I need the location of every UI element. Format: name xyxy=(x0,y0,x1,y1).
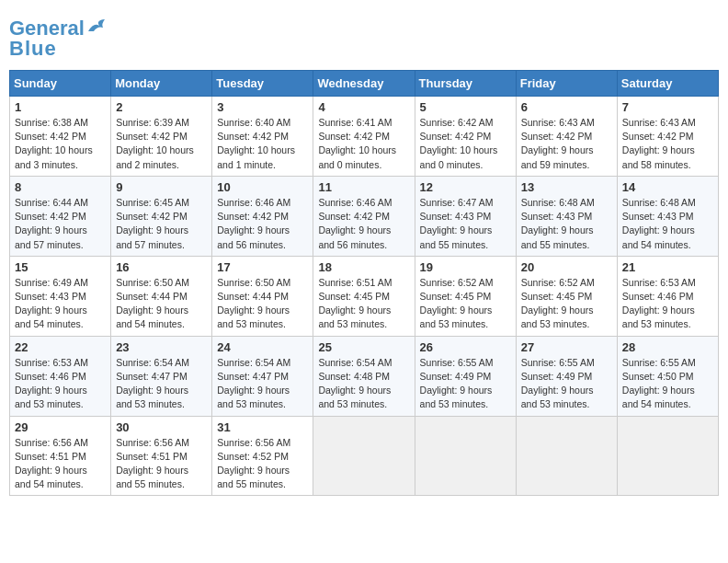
day-number: 20 xyxy=(521,260,612,274)
day-cell: 23 Sunrise: 6:54 AM Sunset: 4:47 PM Dayl… xyxy=(111,336,212,416)
day-info: Sunrise: 6:54 AM Sunset: 4:48 PM Dayligh… xyxy=(318,356,409,412)
sunrise: Sunrise: 6:46 AM xyxy=(318,197,392,208)
sunset: Sunset: 4:45 PM xyxy=(420,291,492,302)
day-cell xyxy=(516,416,617,496)
day-number: 31 xyxy=(217,420,308,434)
day-cell: 19 Sunrise: 6:52 AM Sunset: 4:45 PM Dayl… xyxy=(415,256,516,336)
sunrise: Sunrise: 6:50 AM xyxy=(116,277,189,288)
day-info: Sunrise: 6:53 AM Sunset: 4:46 PM Dayligh… xyxy=(622,276,713,332)
day-cell xyxy=(313,416,415,496)
day-cell: 2 Sunrise: 6:39 AM Sunset: 4:42 PM Dayli… xyxy=(111,97,212,177)
day-cell: 4 Sunrise: 6:41 AM Sunset: 4:42 PM Dayli… xyxy=(313,97,415,177)
day-number: 19 xyxy=(420,260,511,274)
day-number: 25 xyxy=(318,340,409,354)
sunrise: Sunrise: 6:53 AM xyxy=(622,277,696,288)
sunset: Sunset: 4:42 PM xyxy=(15,211,86,222)
day-info: Sunrise: 6:47 AM Sunset: 4:43 PM Dayligh… xyxy=(420,196,511,252)
day-number: 15 xyxy=(15,260,106,274)
day-number: 22 xyxy=(15,340,106,354)
day-cell: 22 Sunrise: 6:53 AM Sunset: 4:46 PM Dayl… xyxy=(10,336,111,416)
day-number: 24 xyxy=(217,340,308,354)
day-info: Sunrise: 6:46 AM Sunset: 4:42 PM Dayligh… xyxy=(318,196,409,252)
day-cell: 5 Sunrise: 6:42 AM Sunset: 4:42 PM Dayli… xyxy=(415,97,516,177)
sunrise: Sunrise: 6:43 AM xyxy=(521,117,595,128)
sunset: Sunset: 4:43 PM xyxy=(622,211,694,222)
sunset: Sunset: 4:42 PM xyxy=(217,211,289,222)
daylight: Daylight: 9 hours and 53 minutes. xyxy=(116,385,188,409)
sunrise: Sunrise: 6:52 AM xyxy=(420,277,494,288)
day-info: Sunrise: 6:46 AM Sunset: 4:42 PM Dayligh… xyxy=(217,196,308,252)
day-number: 5 xyxy=(420,100,511,114)
day-number: 27 xyxy=(521,340,612,354)
day-cell: 9 Sunrise: 6:45 AM Sunset: 4:42 PM Dayli… xyxy=(111,176,212,256)
daylight: Daylight: 9 hours and 53 minutes. xyxy=(420,304,493,329)
day-cell: 1 Sunrise: 6:38 AM Sunset: 4:42 PM Dayli… xyxy=(10,97,111,177)
daylight: Daylight: 10 hours and 0 minutes. xyxy=(318,144,396,169)
sunrise: Sunrise: 6:48 AM xyxy=(521,197,595,208)
day-info: Sunrise: 6:48 AM Sunset: 4:43 PM Dayligh… xyxy=(622,196,713,252)
day-cell: 27 Sunrise: 6:55 AM Sunset: 4:49 PM Dayl… xyxy=(516,336,617,416)
sunset: Sunset: 4:43 PM xyxy=(521,211,593,222)
day-info: Sunrise: 6:55 AM Sunset: 4:49 PM Dayligh… xyxy=(420,356,511,412)
daylight: Daylight: 9 hours and 54 minutes. xyxy=(15,304,87,329)
day-cell: 17 Sunrise: 6:50 AM Sunset: 4:44 PM Dayl… xyxy=(212,256,313,336)
sunrise: Sunrise: 6:48 AM xyxy=(622,197,696,208)
day-number: 30 xyxy=(116,420,207,434)
day-info: Sunrise: 6:52 AM Sunset: 4:45 PM Dayligh… xyxy=(420,276,511,332)
day-cell: 31 Sunrise: 6:56 AM Sunset: 4:52 PM Dayl… xyxy=(212,416,313,496)
week-row-1: 1 Sunrise: 6:38 AM Sunset: 4:42 PM Dayli… xyxy=(10,97,719,177)
sunset: Sunset: 4:48 PM xyxy=(318,371,390,382)
sunrise: Sunrise: 6:56 AM xyxy=(217,437,290,448)
daylight: Daylight: 9 hours and 53 minutes. xyxy=(318,385,391,409)
day-info: Sunrise: 6:50 AM Sunset: 4:44 PM Dayligh… xyxy=(116,276,207,332)
week-row-5: 29 Sunrise: 6:56 AM Sunset: 4:51 PM Dayl… xyxy=(10,416,719,496)
sunset: Sunset: 4:50 PM xyxy=(622,371,694,382)
sunset: Sunset: 4:42 PM xyxy=(318,211,390,222)
daylight: Daylight: 9 hours and 53 minutes. xyxy=(521,385,594,409)
day-number: 11 xyxy=(318,180,409,194)
day-cell: 14 Sunrise: 6:48 AM Sunset: 4:43 PM Dayl… xyxy=(617,176,718,256)
sunrise: Sunrise: 6:46 AM xyxy=(217,197,290,208)
daylight: Daylight: 9 hours and 53 minutes. xyxy=(15,385,87,409)
day-number: 14 xyxy=(622,180,713,194)
sunset: Sunset: 4:44 PM xyxy=(116,291,188,302)
sunset: Sunset: 4:45 PM xyxy=(521,291,593,302)
sunset: Sunset: 4:49 PM xyxy=(420,371,492,382)
day-cell: 16 Sunrise: 6:50 AM Sunset: 4:44 PM Dayl… xyxy=(111,256,212,336)
day-number: 17 xyxy=(217,260,308,274)
day-cell: 25 Sunrise: 6:54 AM Sunset: 4:48 PM Dayl… xyxy=(313,336,415,416)
day-cell: 28 Sunrise: 6:55 AM Sunset: 4:50 PM Dayl… xyxy=(617,336,718,416)
day-number: 8 xyxy=(15,180,106,194)
logo: General Blue xyxy=(9,18,107,59)
week-row-2: 8 Sunrise: 6:44 AM Sunset: 4:42 PM Dayli… xyxy=(10,176,719,256)
sunset: Sunset: 4:42 PM xyxy=(116,131,188,142)
day-cell: 18 Sunrise: 6:51 AM Sunset: 4:45 PM Dayl… xyxy=(313,256,415,336)
sunrise: Sunrise: 6:41 AM xyxy=(318,117,392,128)
sunset: Sunset: 4:44 PM xyxy=(217,291,289,302)
calendar-table: SundayMondayTuesdayWednesdayThursdayFrid… xyxy=(9,70,719,496)
day-info: Sunrise: 6:48 AM Sunset: 4:43 PM Dayligh… xyxy=(521,196,612,252)
daylight: Daylight: 9 hours and 53 minutes. xyxy=(318,304,391,329)
day-cell: 24 Sunrise: 6:54 AM Sunset: 4:47 PM Dayl… xyxy=(212,336,313,416)
day-info: Sunrise: 6:56 AM Sunset: 4:52 PM Dayligh… xyxy=(217,436,308,492)
col-header-friday: Friday xyxy=(516,71,617,97)
day-cell xyxy=(617,416,718,496)
day-number: 18 xyxy=(318,260,409,274)
sunset: Sunset: 4:51 PM xyxy=(15,451,86,462)
day-cell: 7 Sunrise: 6:43 AM Sunset: 4:42 PM Dayli… xyxy=(617,97,718,177)
day-cell: 20 Sunrise: 6:52 AM Sunset: 4:45 PM Dayl… xyxy=(516,256,617,336)
col-header-sunday: Sunday xyxy=(10,71,111,97)
day-cell: 21 Sunrise: 6:53 AM Sunset: 4:46 PM Dayl… xyxy=(617,256,718,336)
sunrise: Sunrise: 6:49 AM xyxy=(15,277,88,288)
day-info: Sunrise: 6:56 AM Sunset: 4:51 PM Dayligh… xyxy=(15,436,106,492)
day-cell xyxy=(415,416,516,496)
col-header-tuesday: Tuesday xyxy=(212,71,313,97)
sunset: Sunset: 4:43 PM xyxy=(15,291,86,302)
day-info: Sunrise: 6:52 AM Sunset: 4:45 PM Dayligh… xyxy=(521,276,612,332)
daylight: Daylight: 9 hours and 55 minutes. xyxy=(521,224,594,249)
sunrise: Sunrise: 6:53 AM xyxy=(15,357,88,368)
sunset: Sunset: 4:42 PM xyxy=(521,131,593,142)
col-header-monday: Monday xyxy=(111,71,212,97)
day-info: Sunrise: 6:40 AM Sunset: 4:42 PM Dayligh… xyxy=(217,116,308,172)
daylight: Daylight: 9 hours and 55 minutes. xyxy=(116,465,188,489)
